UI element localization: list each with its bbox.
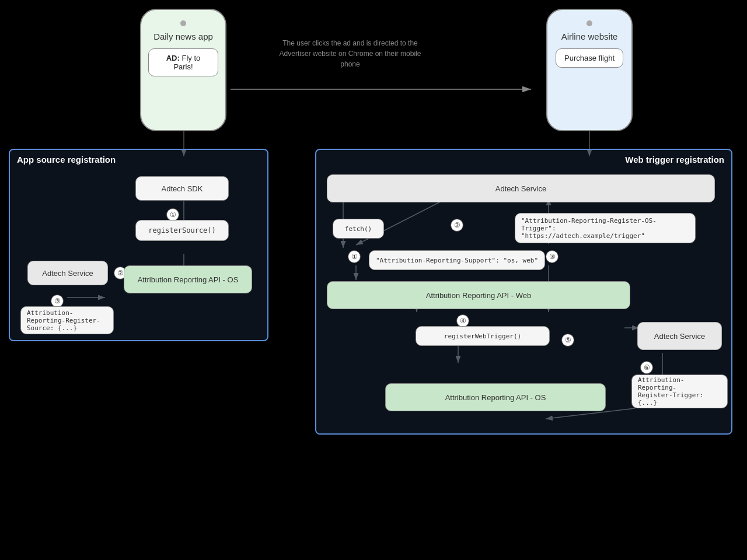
app-source-title: App source registration — [17, 155, 116, 164]
step3-circle: ③ — [51, 295, 64, 307]
register-trigger-header-box: Attribution-Reporting- Register-Trigger:… — [631, 374, 728, 408]
attribution-api-os-left-label: Attribution Reporting API - OS — [138, 275, 239, 284]
right-phone-title: Airline website — [561, 31, 618, 43]
right-phone-purchase: Purchase flight — [556, 48, 623, 68]
web-step3-circle: ③ — [546, 250, 558, 263]
right-phone: Airline website Purchase flight — [546, 9, 633, 131]
ad-label: AD: — [166, 54, 180, 62]
web-step6-circle: ⑥ — [640, 361, 653, 374]
register-source-header-label: Attribution-Reporting-Register- Source: … — [27, 309, 107, 332]
fetch-label: fetch() — [345, 225, 372, 233]
web-step6-label: ⑥ — [640, 361, 653, 374]
attribution-api-web-label: Attribution Reporting API - Web — [426, 291, 531, 300]
adtech-service-left-box: Adtech Service — [27, 261, 108, 285]
web-step1-label: ① — [348, 250, 361, 263]
step1-label: ① — [166, 208, 179, 221]
os-trigger-header-label: "Attribution-Reporting-Register-OS-Trigg… — [521, 217, 689, 240]
web-step5-circle: ⑤ — [561, 334, 574, 346]
register-trigger-header-label: Attribution-Reporting- Register-Trigger:… — [638, 376, 721, 407]
attribution-api-web-box: Attribution Reporting API - Web — [327, 281, 630, 309]
adtech-service-web-top-box: Adtech Service — [327, 174, 715, 202]
web-step4-label: ④ — [456, 314, 469, 327]
left-phone-title: Daily news app — [153, 31, 213, 43]
register-source-box: registerSource() — [135, 220, 229, 241]
fetch-box: fetch() — [333, 219, 384, 239]
web-step4-circle: ④ — [456, 314, 469, 327]
left-phone-ad: AD: Fly to Paris! — [148, 48, 218, 76]
adtech-service-right-box: Adtech Service — [637, 322, 722, 350]
adtech-service-right-label: Adtech Service — [654, 332, 705, 341]
web-step5-label: ⑤ — [561, 334, 574, 346]
support-header-label: "Attribution-Reporting-Support": "os, we… — [376, 257, 538, 264]
description-text: The user clicks the ad and is directed t… — [274, 38, 426, 69]
left-phone-camera — [180, 20, 186, 26]
support-header-box: "Attribution-Reporting-Support": "os, we… — [369, 250, 545, 270]
app-source-box: App source registration Adtech SDK ① reg… — [9, 149, 268, 341]
step1-circle: ① — [166, 208, 179, 221]
os-trigger-header-box: "Attribution-Reporting-Register-OS-Trigg… — [515, 213, 696, 243]
diagram-area: Daily news app AD: Fly to Paris! Airline… — [0, 0, 747, 560]
attribution-api-os-left-box: Attribution Reporting API - OS — [124, 265, 252, 293]
register-source-label: registerSource() — [148, 226, 216, 235]
description-label: The user clicks the ad and is directed t… — [280, 39, 421, 68]
adtech-service-web-top-label: Adtech Service — [495, 184, 546, 193]
register-web-trigger-box: registerWebTrigger() — [416, 326, 550, 346]
adtech-sdk-box: Adtech SDK — [135, 176, 229, 201]
purchase-text: Purchase flight — [564, 54, 615, 62]
web-step2-circle: ② — [451, 219, 463, 232]
web-step2-label: ② — [451, 219, 463, 232]
register-source-header-box: Attribution-Reporting-Register- Source: … — [20, 306, 114, 334]
attribution-api-os-web-label: Attribution Reporting API - OS — [445, 393, 546, 402]
web-trigger-box: Web trigger registration Adtech Service … — [315, 149, 732, 435]
web-step3-label: ③ — [546, 250, 558, 263]
attribution-api-os-web-box: Attribution Reporting API - OS — [385, 383, 606, 411]
adtech-sdk-label: Adtech SDK — [162, 184, 203, 193]
right-phone-camera — [587, 20, 592, 26]
left-phone: Daily news app AD: Fly to Paris! — [140, 9, 226, 131]
adtech-service-left-label: Adtech Service — [42, 269, 93, 278]
web-trigger-title: Web trigger registration — [625, 155, 724, 164]
register-web-trigger-label: registerWebTrigger() — [444, 332, 521, 340]
web-step1-circle: ① — [348, 250, 361, 263]
step3-label: ③ — [51, 295, 64, 307]
